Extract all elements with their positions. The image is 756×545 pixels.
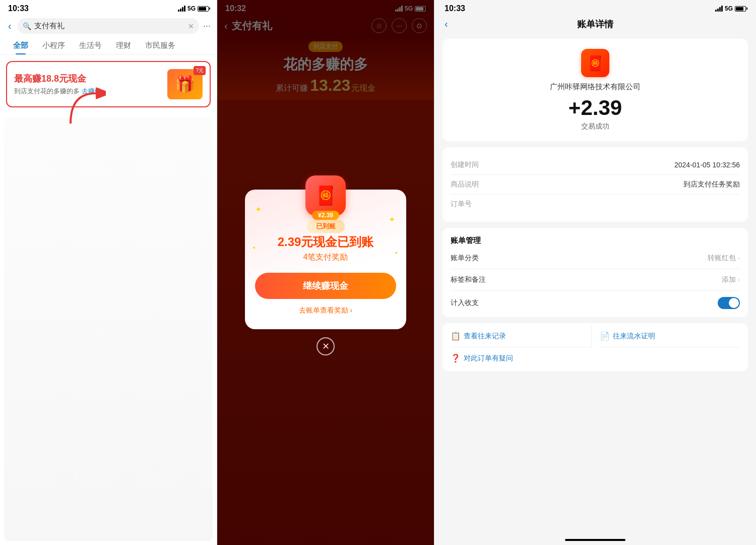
history-icon: 📋 [451,331,461,341]
detail-label-time: 创建时间 [451,160,479,169]
links-card: 📋 查看往来记录 📄 往来流水证明 ❓ 对此订单有疑问 [443,323,748,371]
sparkle-1: ✦ [255,205,262,214]
status-icons-3: 5G [715,5,746,12]
search-text: 支付有礼 [34,21,185,31]
view-record-link[interactable]: 去账单查看奖励 › [299,306,353,315]
card-subtitle: 到店支付花的多赚的多 去赚钱 › [14,87,167,96]
mgmt-label-category: 账单分类 [451,254,479,263]
popup-icon: 🧧 ¥2.39 [305,175,346,216]
transaction-status: 交易成功 [581,122,609,131]
merchant-card: 🧧 广州咔驿网络技术有限公司 +2.39 交易成功 [443,39,748,141]
mgmt-label-income: 计入收支 [451,298,479,308]
transaction-amount: +2.39 [569,96,622,120]
panel-app: 10:32 5G ‹ 支付有礼 ☆ ··· ⊙ 到店支付 花的多赚的多 [217,0,434,545]
merchant-name: 广州咔驿网络技术有限公司 [550,82,641,92]
blurred-content [4,117,213,541]
card-cta-link[interactable]: 去赚钱 › [82,87,105,95]
view-statement-link[interactable]: 📄 往来流水证明 [600,325,740,347]
mgmt-row-tag[interactable]: 标签和备注 添加 › [451,269,740,291]
result-card: 最高赚18.8元现金 到店支付花的多赚的多 去赚钱 › 🎁 ?元 [6,61,211,107]
reward-overlay: 🧧 ¥2.39 已到账 ✦ ✦ ✦ ✦ 2.39元现金已到账 4笔支付奖励 继续… [217,0,434,545]
mgmt-value-category: 转账红包 › [708,254,740,263]
sparkle-3: ✦ [252,245,256,251]
income-toggle[interactable] [718,297,740,309]
card-amount: 18.8元现金 [41,74,86,84]
sparkle-2: ✦ [389,215,395,224]
popup-icon-glyph: 🧧 [314,185,337,206]
card-badge: ?元 [194,66,206,75]
home-indicator [565,539,625,541]
card-image: 🎁 ?元 [167,69,203,99]
close-popup-button[interactable]: ✕ [317,337,335,355]
statement-icon: 📄 [600,331,610,341]
search-bar: ‹ 🔍 支付有礼 ✕ ··· [0,15,217,37]
back-button-1[interactable]: ‹ [6,18,14,34]
popup-subtitle: 4笔支付奖励 [303,252,348,263]
question-icon: ❓ [451,353,461,363]
reward-popup: 🧧 ¥2.39 已到账 ✦ ✦ ✦ ✦ 2.39元现金已到账 4笔支付奖励 继续… [245,190,406,329]
detail-header: ‹ 账单详情 [434,15,756,33]
tab-lifenumber[interactable]: 生活号 [72,37,109,54]
mgmt-value-tag: 添加 › [722,275,740,284]
mgmt-label-tag: 标签和备注 [451,275,486,284]
continue-button[interactable]: 继续赚现金 [255,273,396,299]
time-3: 10:33 [445,4,465,13]
management-card: 账单管理 账单分类 转账红包 › 标签和备注 添加 › 计入收支 [443,228,748,317]
tabs-bar: 全部 小程序 生活号 理财 市民服务 [0,37,217,55]
panel-detail: 10:33 5G ‹ 账单详情 🧧 广州咔驿网络技术有限公司 +2.39 [434,0,756,545]
arrived-badge: 已到账 [307,220,345,233]
view-history-link[interactable]: 📋 查看往来记录 [451,325,592,347]
question-link[interactable]: ❓ 对此订单有疑问 [451,347,740,369]
page-title: 账单详情 [577,18,613,30]
status-bar-1: 10:33 5G [0,0,217,15]
battery-icon-3 [735,6,746,12]
tab-all[interactable]: 全部 [6,37,35,54]
network-label-3: 5G [725,5,733,12]
time-1: 10:33 [8,4,29,13]
sparkle-4: ✦ [394,250,398,256]
chevron-icon-tag: › [738,276,740,283]
tab-miniprogram[interactable]: 小程序 [35,37,72,54]
card-title-prefix: 最高赚 [14,74,41,84]
signal-icon-3 [715,6,723,12]
details-card: 创建时间 2024-01-05 10:32:56 商品说明 到店支付任务奖励 订… [443,147,748,222]
detail-value-time: 2024-01-05 10:32:56 [674,161,740,169]
battery-icon-1 [198,6,209,12]
status-icons-1: 5G [178,5,209,12]
panel-search: 10:33 5G ‹ 🔍 支付有礼 ✕ ··· 全部 小程序 生活号 理财 [0,0,217,545]
search-box[interactable]: 🔍 支付有礼 ✕ [18,18,199,34]
mgmt-row-income: 计入收支 [451,291,740,315]
signal-icon-1 [178,6,185,12]
back-button-3[interactable]: ‹ [445,18,448,30]
search-clear-icon[interactable]: ✕ [188,22,194,30]
more-button[interactable]: ··· [203,21,211,31]
detail-value-product: 到店支付任务奖励 [683,180,740,189]
merchant-icon-glyph: 🧧 [587,55,604,72]
detail-row-order: 订单号 [451,195,740,214]
links-pair: 📋 查看往来记录 📄 往来流水证明 [451,325,740,347]
tab-cityservice[interactable]: 市民服务 [138,37,182,54]
detail-row-product: 商品说明 到店支付任务奖励 [451,175,740,195]
mgmt-row-category[interactable]: 账单分类 转账红包 › [451,248,740,269]
detail-label-order: 订单号 [451,200,472,209]
tab-finance[interactable]: 理财 [109,37,138,54]
status-bar-3: 10:33 5G [434,0,756,15]
network-label-1: 5G [187,5,196,12]
management-title: 账单管理 [451,230,740,248]
detail-label-product: 商品说明 [451,180,479,189]
popup-amount-icon-label: ¥2.39 [312,211,339,220]
card-title: 最高赚18.8元现金 [14,73,167,85]
popup-main-text: 2.39元现金已到账 [278,234,374,250]
detail-row-time: 创建时间 2024-01-05 10:32:56 [451,155,740,175]
search-icon: 🔍 [23,22,31,30]
card-text: 最高赚18.8元现金 到店支付花的多赚的多 去赚钱 › [14,73,167,96]
card-image-icon: 🎁 [175,75,195,94]
chevron-icon-category: › [738,255,740,262]
merchant-icon: 🧧 [581,49,609,77]
detail-content: 🧧 广州咔驿网络技术有限公司 +2.39 交易成功 创建时间 2024-01-0… [434,33,756,535]
